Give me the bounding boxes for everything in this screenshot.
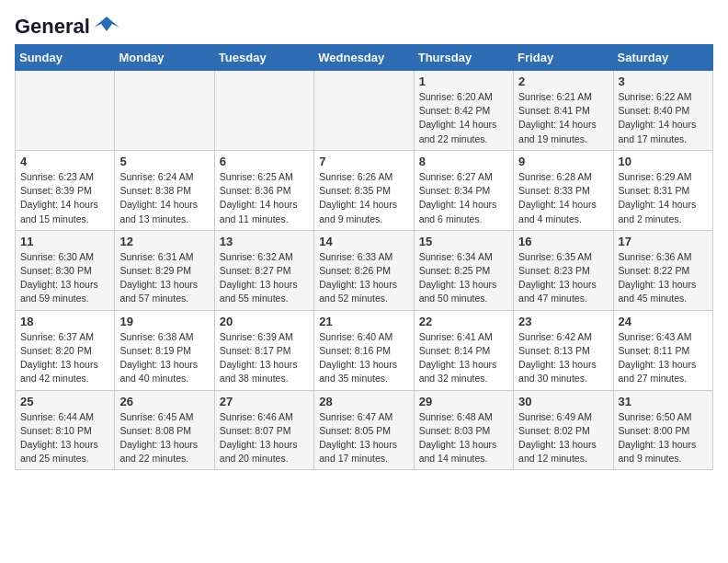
day-number: 12: [119, 235, 209, 248]
day-detail: Sunrise: 6:42 AMSunset: 8:13 PMDaylight:…: [518, 330, 608, 386]
day-cell: 5Sunrise: 6:24 AMSunset: 8:38 PMDaylight…: [115, 150, 214, 230]
day-cell: 16Sunrise: 6:35 AMSunset: 8:23 PMDayligh…: [514, 230, 613, 310]
day-number: 20: [220, 315, 309, 328]
day-cell: 7Sunrise: 6:26 AMSunset: 8:35 PMDaylight…: [314, 150, 414, 230]
day-number: 9: [518, 155, 608, 168]
day-detail: Sunrise: 6:49 AMSunset: 8:02 PMDaylight:…: [518, 410, 608, 466]
day-number: 29: [419, 395, 508, 408]
day-detail: Sunrise: 6:24 AMSunset: 8:38 PMDaylight:…: [119, 170, 209, 226]
day-number: 8: [419, 155, 508, 168]
day-detail: Sunrise: 6:20 AMSunset: 8:42 PMDaylight:…: [419, 90, 508, 146]
day-number: 14: [319, 235, 408, 248]
day-number: 3: [619, 75, 708, 88]
day-detail: Sunrise: 6:37 AMSunset: 8:20 PMDaylight:…: [20, 330, 109, 386]
header-tuesday: Tuesday: [214, 45, 313, 71]
day-number: 17: [619, 235, 708, 248]
day-number: 5: [119, 155, 209, 168]
day-number: 26: [119, 395, 209, 408]
calendar-header-row: SundayMondayTuesdayWednesdayThursdayFrid…: [16, 45, 713, 71]
day-number: 28: [319, 395, 408, 408]
day-number: 10: [619, 155, 708, 168]
day-detail: Sunrise: 6:31 AMSunset: 8:29 PMDaylight:…: [119, 250, 209, 306]
day-detail: Sunrise: 6:28 AMSunset: 8:33 PMDaylight:…: [518, 170, 608, 226]
logo: General: [15, 15, 119, 35]
day-detail: Sunrise: 6:47 AMSunset: 8:05 PMDaylight:…: [319, 410, 408, 466]
day-detail: Sunrise: 6:22 AMSunset: 8:40 PMDaylight:…: [619, 90, 708, 146]
day-cell: [214, 71, 313, 151]
day-cell: 6Sunrise: 6:25 AMSunset: 8:36 PMDaylight…: [214, 150, 313, 230]
day-number: 31: [619, 395, 708, 408]
day-number: 23: [518, 315, 608, 328]
day-cell: 14Sunrise: 6:33 AMSunset: 8:26 PMDayligh…: [314, 230, 414, 310]
day-number: 19: [119, 315, 209, 328]
calendar-table: SundayMondayTuesdayWednesdayThursdayFrid…: [15, 44, 713, 470]
day-cell: [115, 71, 214, 151]
day-cell: 11Sunrise: 6:30 AMSunset: 8:30 PMDayligh…: [16, 230, 115, 310]
day-detail: Sunrise: 6:33 AMSunset: 8:26 PMDaylight:…: [319, 250, 408, 306]
day-detail: Sunrise: 6:41 AMSunset: 8:14 PMDaylight:…: [419, 330, 508, 386]
day-detail: Sunrise: 6:43 AMSunset: 8:11 PMDaylight:…: [619, 330, 708, 386]
day-cell: 8Sunrise: 6:27 AMSunset: 8:34 PMDaylight…: [414, 150, 513, 230]
day-cell: 1Sunrise: 6:20 AMSunset: 8:42 PMDaylight…: [414, 71, 513, 151]
day-detail: Sunrise: 6:30 AMSunset: 8:30 PMDaylight:…: [20, 250, 109, 306]
day-number: 21: [319, 315, 408, 328]
day-number: 13: [220, 235, 309, 248]
day-cell: 13Sunrise: 6:32 AMSunset: 8:27 PMDayligh…: [214, 230, 313, 310]
header-thursday: Thursday: [414, 45, 513, 71]
day-cell: 4Sunrise: 6:23 AMSunset: 8:39 PMDaylight…: [16, 150, 115, 230]
week-row-1: 1Sunrise: 6:20 AMSunset: 8:42 PMDaylight…: [16, 71, 713, 151]
day-cell: 24Sunrise: 6:43 AMSunset: 8:11 PMDayligh…: [613, 310, 712, 390]
week-row-2: 4Sunrise: 6:23 AMSunset: 8:39 PMDaylight…: [16, 150, 713, 230]
day-cell: 2Sunrise: 6:21 AMSunset: 8:41 PMDaylight…: [514, 71, 613, 151]
day-detail: Sunrise: 6:27 AMSunset: 8:34 PMDaylight:…: [419, 170, 508, 226]
day-number: 4: [20, 155, 109, 168]
day-detail: Sunrise: 6:36 AMSunset: 8:22 PMDaylight:…: [619, 250, 708, 306]
day-cell: 30Sunrise: 6:49 AMSunset: 8:02 PMDayligh…: [514, 390, 613, 470]
day-detail: Sunrise: 6:46 AMSunset: 8:07 PMDaylight:…: [220, 410, 309, 466]
day-number: 7: [319, 155, 408, 168]
day-number: 27: [220, 395, 309, 408]
day-cell: 10Sunrise: 6:29 AMSunset: 8:31 PMDayligh…: [613, 150, 712, 230]
day-number: 2: [518, 75, 608, 88]
day-cell: 22Sunrise: 6:41 AMSunset: 8:14 PMDayligh…: [414, 310, 513, 390]
week-row-3: 11Sunrise: 6:30 AMSunset: 8:30 PMDayligh…: [16, 230, 713, 310]
day-detail: Sunrise: 6:40 AMSunset: 8:16 PMDaylight:…: [319, 330, 408, 386]
day-cell: 9Sunrise: 6:28 AMSunset: 8:33 PMDaylight…: [514, 150, 613, 230]
day-cell: 3Sunrise: 6:22 AMSunset: 8:40 PMDaylight…: [613, 71, 712, 151]
day-number: 24: [619, 315, 708, 328]
day-detail: Sunrise: 6:21 AMSunset: 8:41 PMDaylight:…: [518, 90, 608, 146]
day-number: 30: [518, 395, 608, 408]
day-cell: 26Sunrise: 6:45 AMSunset: 8:08 PMDayligh…: [115, 390, 214, 470]
day-number: 16: [518, 235, 608, 248]
header-saturday: Saturday: [613, 45, 712, 71]
day-detail: Sunrise: 6:26 AMSunset: 8:35 PMDaylight:…: [319, 170, 408, 226]
svg-marker-0: [94, 17, 119, 31]
day-detail: Sunrise: 6:34 AMSunset: 8:25 PMDaylight:…: [419, 250, 508, 306]
day-detail: Sunrise: 6:39 AMSunset: 8:17 PMDaylight:…: [220, 330, 309, 386]
header-wednesday: Wednesday: [314, 45, 414, 71]
day-cell: 27Sunrise: 6:46 AMSunset: 8:07 PMDayligh…: [214, 390, 313, 470]
day-detail: Sunrise: 6:23 AMSunset: 8:39 PMDaylight:…: [20, 170, 109, 226]
day-cell: 12Sunrise: 6:31 AMSunset: 8:29 PMDayligh…: [115, 230, 214, 310]
day-detail: Sunrise: 6:38 AMSunset: 8:19 PMDaylight:…: [119, 330, 209, 386]
day-cell: 17Sunrise: 6:36 AMSunset: 8:22 PMDayligh…: [613, 230, 712, 310]
day-detail: Sunrise: 6:44 AMSunset: 8:10 PMDaylight:…: [20, 410, 109, 466]
day-cell: 25Sunrise: 6:44 AMSunset: 8:10 PMDayligh…: [16, 390, 115, 470]
day-detail: Sunrise: 6:25 AMSunset: 8:36 PMDaylight:…: [220, 170, 309, 226]
day-detail: Sunrise: 6:29 AMSunset: 8:31 PMDaylight:…: [619, 170, 708, 226]
header-friday: Friday: [514, 45, 613, 71]
day-cell: 29Sunrise: 6:48 AMSunset: 8:03 PMDayligh…: [414, 390, 513, 470]
week-row-4: 18Sunrise: 6:37 AMSunset: 8:20 PMDayligh…: [16, 310, 713, 390]
page-header: General: [15, 15, 713, 35]
header-monday: Monday: [115, 45, 214, 71]
day-number: 18: [20, 315, 109, 328]
day-number: 1: [419, 75, 508, 88]
day-number: 22: [419, 315, 508, 328]
header-sunday: Sunday: [16, 45, 115, 71]
logo-bird-icon: [94, 15, 119, 35]
day-cell: 20Sunrise: 6:39 AMSunset: 8:17 PMDayligh…: [214, 310, 313, 390]
day-cell: 15Sunrise: 6:34 AMSunset: 8:25 PMDayligh…: [414, 230, 513, 310]
day-number: 15: [419, 235, 508, 248]
day-cell: 18Sunrise: 6:37 AMSunset: 8:20 PMDayligh…: [16, 310, 115, 390]
day-number: 11: [20, 235, 109, 248]
